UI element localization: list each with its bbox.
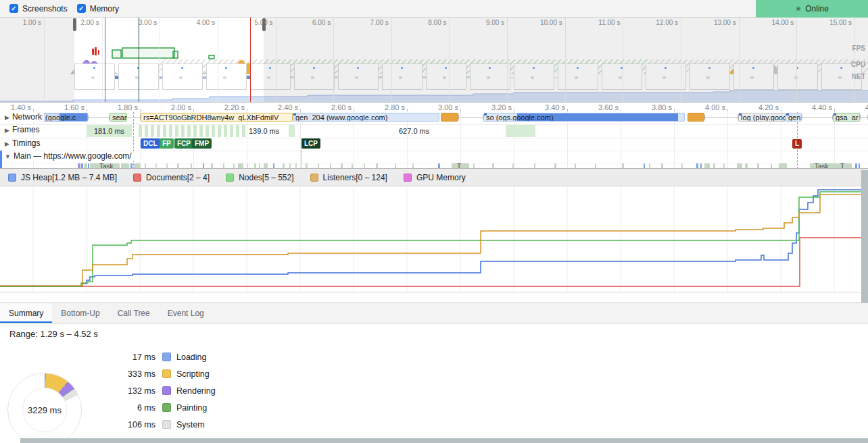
task-bar[interactable]	[757, 163, 759, 169]
task-bar[interactable]	[534, 163, 535, 169]
task-bar[interactable]	[352, 163, 353, 169]
network-request-bar[interactable]: log (play.goog	[738, 113, 786, 122]
task-bar[interactable]	[696, 163, 698, 169]
task-bar[interactable]	[644, 163, 645, 169]
track-label-timings[interactable]: ▶Timings	[3, 138, 42, 148]
task-bar[interactable]	[412, 163, 414, 169]
network-request-bar[interactable]: rs=ACT90oGbRDH8wny4w_qLXbFdmilV	[141, 113, 293, 122]
task-bar[interactable]	[859, 163, 860, 169]
track-label-network[interactable]: ▶Network	[3, 112, 44, 122]
task-bar[interactable]	[376, 163, 378, 169]
filmstrip-thumb[interactable]	[206, 63, 247, 90]
network-request-bar[interactable]: gsa_ar	[833, 113, 860, 122]
task-bar[interactable]	[575, 163, 576, 169]
memory-checkbox[interactable]: ✓ Memory	[77, 4, 119, 14]
network-request-bar[interactable]: so (ogs.google.com)	[483, 113, 685, 122]
network-request-bar[interactable]: / (google.c	[39, 113, 88, 122]
task-bar[interactable]	[713, 163, 715, 169]
task-bar[interactable]	[492, 163, 494, 169]
task-bar[interactable]	[704, 163, 710, 169]
task-bar[interactable]	[283, 163, 285, 169]
tab-event-log[interactable]: Event Log	[159, 303, 213, 323]
task-bar[interactable]	[364, 163, 365, 169]
task-bar[interactable]	[723, 163, 725, 169]
timeline-overview[interactable]: 1.00 s2.00 s3.00 s4.00 s5.00 s6.00 s7.00…	[0, 18, 868, 103]
vertical-scrollbar[interactable]	[861, 170, 868, 303]
task-bar[interactable]	[318, 163, 319, 169]
network-request-bar[interactable]: sear	[110, 113, 127, 122]
network-throttling-indicator[interactable]: ✳ Online	[756, 0, 868, 18]
task-bar[interactable]	[855, 163, 857, 169]
task-bar[interactable]	[295, 163, 297, 169]
filmstrip-thumb[interactable]	[162, 63, 203, 90]
frame-item[interactable]	[506, 125, 535, 137]
memory-counter-toggle[interactable]: GPU Memory	[404, 173, 466, 182]
task-bar[interactable]	[661, 163, 663, 169]
memory-counter-toggle[interactable]: Documents[2 – 4]	[133, 173, 210, 182]
task-bar[interactable]	[223, 163, 224, 169]
screenshots-checkbox[interactable]: ✓ Screenshots	[9, 4, 68, 14]
flamechart-tracks[interactable]: 1.40 s1.60 s1.80 s2.00 s2.20 s2.40 s2.60…	[0, 103, 868, 169]
task-bar[interactable]	[771, 163, 772, 169]
task-bar[interactable]	[554, 163, 556, 169]
tab-summary[interactable]: Summary	[0, 303, 52, 323]
task-bar[interactable]	[395, 163, 396, 169]
horizontal-scrollbar[interactable]	[20, 438, 868, 443]
task-bar[interactable]	[238, 163, 243, 169]
task-bar[interactable]	[145, 163, 146, 169]
task-bar[interactable]	[155, 163, 157, 169]
task-bar[interactable]	[191, 163, 192, 169]
task-bar[interactable]	[622, 163, 624, 169]
main-thread-activity[interactable]: TaskTTaskT	[0, 163, 868, 169]
task-bar[interactable]	[211, 163, 213, 169]
task-bar[interactable]	[121, 163, 129, 169]
task-bar[interactable]	[649, 163, 650, 169]
task-bar[interactable]	[341, 163, 343, 169]
task-bar[interactable]	[264, 163, 268, 169]
timing-badge-fcp[interactable]: FCP	[174, 138, 193, 149]
task-bar[interactable]	[512, 163, 514, 169]
task-bar[interactable]	[81, 163, 83, 169]
timing-badge-fmp[interactable]: FMP	[192, 138, 212, 149]
memory-counter-toggle[interactable]: Nodes[5 – 552]	[226, 173, 293, 182]
task-bar[interactable]	[330, 163, 331, 169]
task-bar[interactable]	[134, 163, 141, 169]
task-bar[interactable]	[438, 163, 440, 169]
task-bar[interactable]	[681, 163, 683, 169]
task-bar[interactable]	[177, 163, 179, 169]
filmstrip-thumb[interactable]	[74, 63, 115, 90]
frame-item[interactable]: 181.0 ms	[87, 125, 132, 137]
memory-counter-toggle[interactable]: Listeners[0 – 124]	[310, 173, 387, 182]
task-bar[interactable]	[130, 163, 132, 169]
task-bar[interactable]	[473, 163, 475, 169]
timing-badge-dcl[interactable]: DCL	[141, 138, 160, 149]
task-bar[interactable]	[203, 163, 204, 169]
task-bar[interactable]	[289, 163, 291, 169]
frame-item[interactable]: 139.0 ms	[249, 125, 286, 137]
memory-counter-chart[interactable]	[0, 186, 868, 303]
task-bar[interactable]	[233, 163, 235, 169]
timing-badge-fp[interactable]: FP	[160, 138, 174, 149]
selection-handle-left[interactable]	[73, 18, 76, 31]
task-bar[interactable]	[595, 163, 596, 169]
track-label-frames[interactable]: ▶Frames	[3, 125, 42, 134]
selection-handle-right[interactable]	[262, 18, 266, 31]
tab-bottom-up[interactable]: Bottom-Up	[52, 303, 108, 323]
task-bar[interactable]	[273, 163, 274, 169]
network-request-bar[interactable]	[688, 113, 704, 122]
task-bar[interactable]	[254, 163, 256, 169]
task-bar[interactable]	[306, 163, 308, 169]
task-bar[interactable]	[737, 163, 742, 169]
tab-call-tree[interactable]: Call Tree	[109, 303, 159, 323]
task-bar[interactable]	[84, 163, 87, 169]
task-bar[interactable]	[247, 163, 248, 169]
task-bar[interactable]	[700, 163, 702, 169]
timing-badge-lcp[interactable]: LCP	[302, 138, 320, 149]
frame-item[interactable]	[139, 125, 247, 137]
network-request-bar[interactable]: gen	[786, 113, 802, 122]
task-bar[interactable]	[745, 163, 748, 169]
track-label-main[interactable]: ▼Main — https://www.google.com/	[3, 151, 134, 161]
network-request-bar[interactable]: gen_204 (www.google.com)	[293, 113, 439, 122]
task-bar[interactable]	[259, 163, 260, 169]
task-bar[interactable]	[78, 163, 80, 169]
